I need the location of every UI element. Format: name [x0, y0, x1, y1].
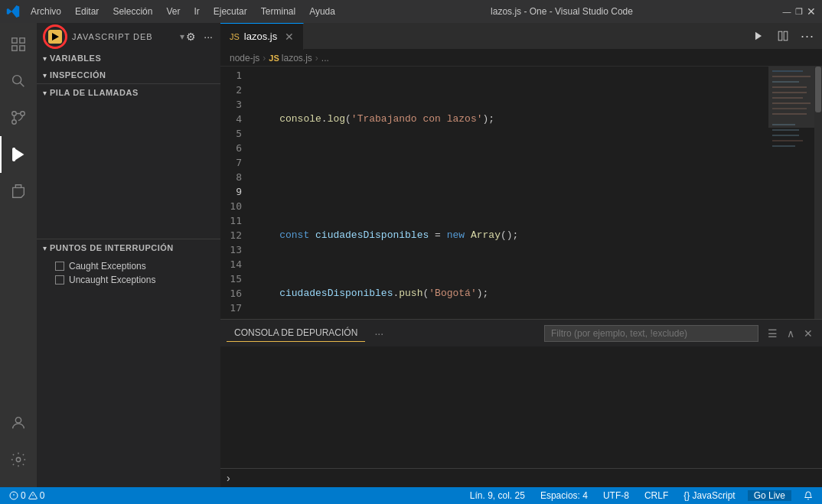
warning-count: 0 [40, 490, 45, 501]
activity-source-control[interactable] [0, 99, 37, 136]
caught-exceptions-checkbox[interactable] [55, 262, 64, 271]
menu-terminal[interactable]: Terminal [255, 5, 302, 18]
line-num-6: 6 [220, 141, 250, 155]
svg-point-12 [16, 457, 21, 462]
status-eol[interactable]: CRLF [641, 490, 671, 501]
code-editor[interactable]: 1 2 3 4 5 6 7 8 9 10 11 12 13 14 15 16 1 [220, 67, 822, 319]
tab-lazos-js[interactable]: JS lazos.js ✕ [220, 23, 304, 50]
status-cursor-position[interactable]: Lín. 9, col. 25 [467, 490, 528, 501]
menu-bar: Archivo Editar Selección Ver Ir Ejecutar… [24, 5, 341, 18]
breakpoints-section-header[interactable]: ▾ PUNTOS DE INTERRUPCIÓN [37, 239, 220, 256]
line-num-1: 1 [220, 68, 250, 83]
activity-explorer[interactable] [0, 26, 37, 63]
code-line-3: const ciudadesDisponibles = new Array(); [250, 228, 768, 242]
panel-icons: ☰ ∧ ✕ [765, 326, 816, 341]
scrollbar-thumb[interactable] [815, 67, 821, 112]
status-encoding[interactable]: UTF-8 [600, 490, 632, 501]
vertical-scrollbar[interactable] [814, 67, 822, 319]
tab-bar: JS lazos.js ✕ ··· [220, 23, 822, 50]
line-num-12: 12 [220, 228, 250, 242]
menu-ayuda[interactable]: Ayuda [303, 5, 341, 18]
tab-label: lazos.js [244, 31, 277, 42]
line-num-9: 9 [220, 184, 250, 199]
status-go-live[interactable]: Go Live [748, 490, 791, 501]
panel-filter-input[interactable] [544, 325, 758, 342]
menu-seleccion[interactable]: Selección [106, 5, 158, 18]
minimize-button[interactable]: — [782, 7, 791, 16]
menu-ejecutar[interactable]: Ejecutar [207, 5, 253, 18]
breadcrumb-node-js[interactable]: node-js [230, 53, 259, 63]
play-triangle-icon [52, 33, 59, 41]
svg-point-6 [12, 120, 17, 125]
close-button[interactable]: ✕ [807, 7, 816, 16]
line-num-15: 15 [220, 272, 250, 286]
editor-and-panel: 1 2 3 4 5 6 7 8 9 10 11 12 13 14 15 16 1 [220, 67, 822, 487]
uncaught-exceptions-label: Uncaught Exceptions [69, 275, 155, 285]
activity-settings[interactable] [0, 441, 37, 478]
more-actions-icon[interactable]: ··· [202, 29, 214, 44]
inspection-chevron: ▾ [43, 71, 47, 80]
svg-line-5 [20, 83, 24, 86]
status-spaces[interactable]: Espacios: 4 [537, 490, 591, 501]
svg-rect-15 [784, 31, 788, 41]
panel-tab-bar: CONSOLA DE DEPURACIÓN ··· ☰ ∧ ✕ [220, 320, 822, 346]
maximize-button[interactable]: ❐ [794, 7, 804, 16]
inspection-section-header[interactable]: ▾ INSPECCIÓN [37, 67, 220, 83]
status-language[interactable]: {} JavaScript [680, 490, 738, 501]
uncaught-exceptions-checkbox[interactable] [55, 275, 64, 285]
tab-close-button[interactable]: ✕ [285, 31, 294, 43]
status-notifications[interactable] [801, 491, 816, 500]
activity-debug[interactable] [0, 136, 37, 173]
sidebar-header-icons: ⚙ ··· [184, 29, 214, 44]
variables-section-header[interactable]: ▾ VARIABLES [37, 50, 220, 67]
menu-ir[interactable]: Ir [188, 5, 205, 18]
call-stack-section-header[interactable]: ▾ PILA DE LLAMADAS [37, 84, 220, 101]
window-title: lazos.js - One - Visual Studio Code [341, 6, 782, 17]
panel-list-icon[interactable]: ☰ [765, 326, 781, 341]
run-button[interactable] [747, 24, 770, 47]
debug-console-tab[interactable]: CONSOLA DE DEPURACIÓN [227, 324, 365, 342]
svg-point-7 [12, 112, 17, 116]
svg-rect-1 [20, 38, 24, 43]
menu-ver[interactable]: Ver [160, 5, 186, 18]
panel-close-icon[interactable]: ✕ [801, 326, 816, 341]
panel-up-icon[interactable]: ∧ [784, 326, 798, 341]
svg-rect-14 [778, 31, 782, 41]
line-num-2: 2 [220, 83, 250, 97]
main-container: JavaScript Deb ▾ ⚙ ··· ▾ VARIABLES ▾ INS… [0, 23, 822, 487]
activity-account[interactable] [0, 405, 37, 441]
split-editor-button[interactable] [771, 24, 794, 47]
line-num-8: 8 [220, 170, 250, 184]
svg-rect-20 [772, 92, 807, 93]
bell-icon [804, 491, 813, 500]
menu-editar[interactable]: Editar [69, 5, 105, 18]
activity-extensions[interactable] [0, 173, 37, 210]
sidebar-content: ▾ VARIABLES ▾ INSPECCIÓN ▾ PILA DE LLAMA… [37, 50, 220, 487]
error-count: 0 [21, 490, 26, 501]
call-stack-content [37, 101, 220, 239]
call-stack-chevron: ▾ [43, 89, 47, 97]
svg-rect-25 [772, 124, 795, 125]
inspection-section-title: INSPECCIÓN [50, 70, 106, 80]
status-left: 0 0 [6, 490, 47, 501]
breadcrumb-dots[interactable]: ... [321, 53, 329, 63]
code-content[interactable]: console.log('Trabajando con lazos'); con… [250, 67, 768, 319]
more-editor-actions[interactable]: ··· [796, 24, 819, 47]
panel-more-tabs[interactable]: ··· [371, 326, 387, 341]
svg-rect-24 [772, 113, 807, 115]
svg-rect-0 [12, 38, 17, 43]
breakpoint-uncaught: Uncaught Exceptions [37, 273, 220, 287]
breadcrumb-lazos[interactable]: lazos.js [282, 53, 312, 63]
line-num-3: 3 [220, 97, 250, 112]
settings-icon[interactable]: ⚙ [184, 29, 197, 44]
minimap [768, 67, 814, 319]
debug-play-button[interactable] [43, 24, 67, 49]
variables-section: ▾ VARIABLES [37, 50, 220, 67]
activity-search[interactable] [0, 63, 37, 99]
code-line-4: ciudadesDisponibles.push('Bogotá'); [250, 286, 768, 301]
line-num-14: 14 [220, 257, 250, 272]
menu-archivo[interactable]: Archivo [24, 5, 67, 18]
status-bar: 0 0 Lín. 9, col. 25 Espacios: 4 UTF-8 CR… [0, 487, 822, 504]
breakpoints-section-title: PUNTOS DE INTERRUPCIÓN [50, 243, 174, 252]
status-errors[interactable]: 0 0 [6, 490, 47, 501]
